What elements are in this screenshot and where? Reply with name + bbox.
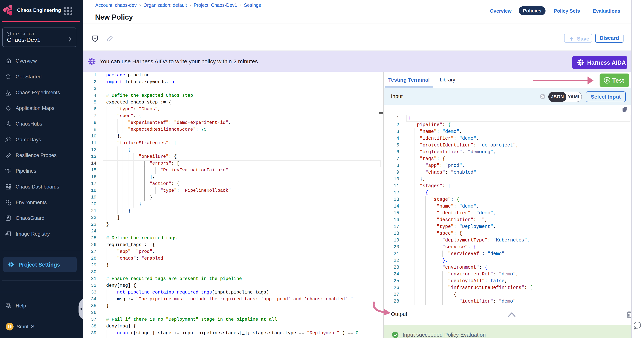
svg-text:?: ?: [7, 304, 8, 306]
